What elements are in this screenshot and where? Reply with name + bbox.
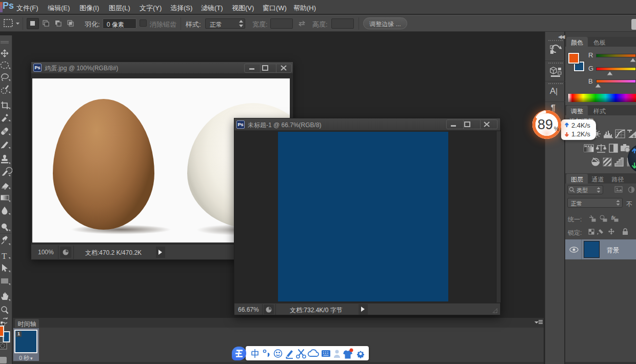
svg-text:T: T (2, 251, 7, 261)
svg-text:%: % (554, 126, 559, 132)
svg-text:1.2K/s: 1.2K/s (571, 130, 590, 138)
svg-text:89: 89 (538, 117, 553, 132)
svg-text:2.4K/s: 2.4K/s (571, 122, 590, 129)
